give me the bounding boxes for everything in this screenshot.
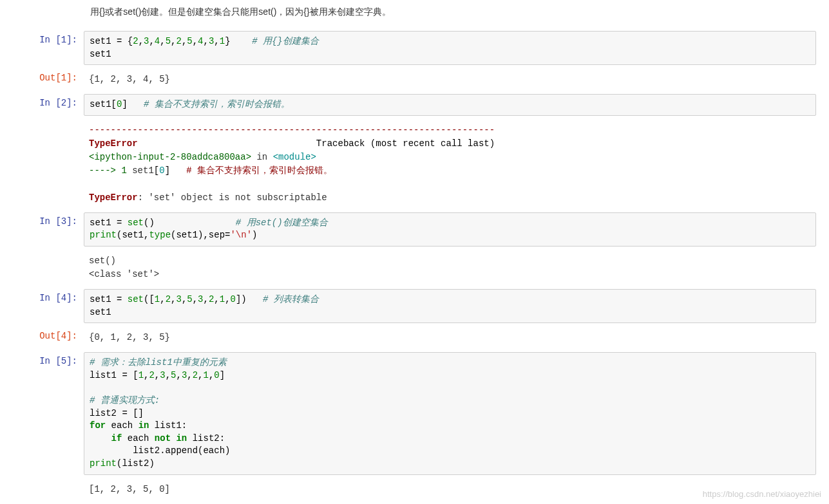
- in-prompt-1: In [1]:: [13, 31, 84, 65]
- error-output-2: ----------------------------------------…: [84, 120, 816, 209]
- in-prompt-5: In [5]:: [13, 352, 84, 474]
- input-area-5[interactable]: # 需求：去除list1中重复的元素 list1 = [1,2,3,5,3,2,…: [84, 352, 816, 474]
- cell-out-3: set() <class 'set'>: [13, 250, 816, 285]
- in-prompt-2: In [2]:: [13, 94, 84, 116]
- cell-err-2: ----------------------------------------…: [13, 120, 816, 209]
- input-area-3[interactable]: set1 = set() # 用set()创建空集合 print(set1,ty…: [84, 212, 816, 247]
- input-area-4[interactable]: set1 = set([1,2,3,5,3,2,1,0]) # 列表转集合 se…: [84, 289, 816, 323]
- cell-in-2: In [2]: set1[0] # 集合不支持索引，索引时会报错。: [13, 94, 816, 116]
- cell-in-5: In [5]: # 需求：去除list1中重复的元素 list1 = [1,2,…: [13, 352, 816, 474]
- out-prompt-4: Out[4]:: [13, 327, 84, 348]
- cell-out-4: Out[4]: {0, 1, 2, 3, 5}: [13, 327, 816, 348]
- cell-in-1: In [1]: set1 = {2,3,4,5,2,5,4,3,1} # 用{}…: [13, 31, 816, 65]
- input-area-1[interactable]: set1 = {2,3,4,5,2,5,4,3,1} # 用{}创建集合 set…: [84, 31, 816, 65]
- watermark: https://blog.csdn.net/xiaoyezhiei: [703, 489, 821, 499]
- cell-out-1: Out[1]: {1, 2, 3, 4, 5}: [13, 69, 816, 90]
- cell-out-5: [1, 2, 3, 5, 0]: [13, 479, 816, 500]
- out-prompt-1: Out[1]:: [13, 69, 84, 90]
- in-prompt-3: In [3]:: [13, 212, 84, 247]
- output-area-3: set() <class 'set'>: [84, 250, 816, 285]
- intro-text: 用{}或者set()创建。但是创建空集合只能用set()，因为{}被用来创建空字…: [90, 6, 816, 18]
- in-prompt-4: In [4]:: [13, 289, 84, 323]
- err-prompt-2: [13, 120, 84, 209]
- out-prompt-3-empty: [13, 250, 84, 285]
- input-area-2[interactable]: set1[0] # 集合不支持索引，索引时会报错。: [84, 94, 816, 116]
- output-area-4: {0, 1, 2, 3, 5}: [84, 327, 816, 348]
- cell-in-3: In [3]: set1 = set() # 用set()创建空集合 print…: [13, 212, 816, 247]
- output-area-1: {1, 2, 3, 4, 5}: [84, 69, 816, 90]
- out-prompt-5-empty: [13, 479, 84, 500]
- cell-in-4: In [4]: set1 = set([1,2,3,5,3,2,1,0]) # …: [13, 289, 816, 323]
